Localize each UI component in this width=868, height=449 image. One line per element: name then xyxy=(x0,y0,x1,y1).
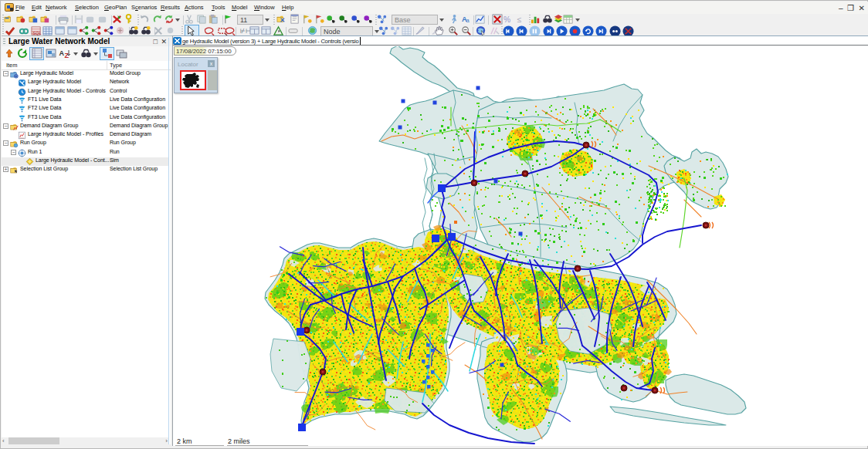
svg-text:≤: ≤ xyxy=(517,15,522,24)
svg-text:SQL: SQL xyxy=(32,31,41,35)
svg-text:a: a xyxy=(466,17,470,24)
svg-text:2 miles: 2 miles xyxy=(228,437,250,445)
svg-text:%: % xyxy=(504,15,510,24)
svg-text:A: A xyxy=(59,49,65,57)
svg-text:2 km: 2 km xyxy=(177,437,192,445)
